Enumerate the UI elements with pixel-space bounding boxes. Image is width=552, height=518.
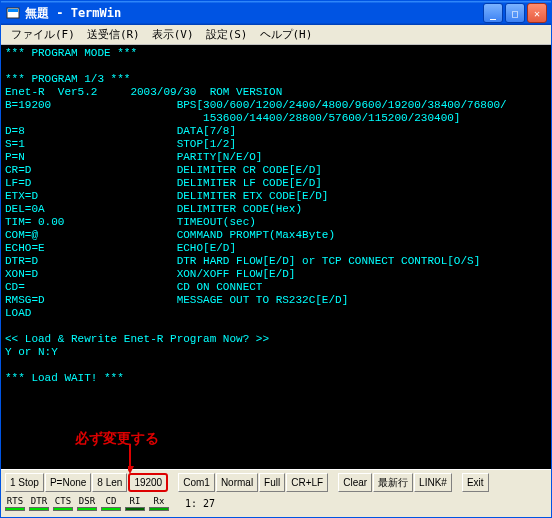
menu-sendrecv[interactable]: 送受信(R): [81, 25, 146, 44]
stop-bits-button[interactable]: 1 Stop: [5, 473, 44, 492]
parity-button[interactable]: P=None: [45, 473, 91, 492]
terminal-output: *** PROGRAM MODE *** *** PROGRAM 1/3 ***…: [1, 45, 551, 469]
rx-indicator: Rx: [149, 496, 169, 511]
clear-button[interactable]: Clear: [338, 473, 372, 492]
menu-help[interactable]: ヘルプ(H): [254, 25, 319, 44]
cursor-position: 1: 27: [185, 498, 215, 509]
menu-display[interactable]: 表示(V): [146, 25, 200, 44]
baud-rate-button[interactable]: 19200: [128, 473, 168, 492]
menu-file[interactable]: ファイル(F): [5, 25, 81, 44]
statusbar: 1 Stop P=None 8 Len 19200 Com1 Normal Fu…: [1, 469, 551, 517]
close-button[interactable]: ✕: [527, 3, 547, 23]
app-icon: [5, 5, 21, 21]
latest-line-button[interactable]: 最新行: [373, 473, 413, 492]
rts-indicator: RTS: [5, 496, 25, 511]
duplex-button[interactable]: Full: [259, 473, 285, 492]
cts-indicator: CTS: [53, 496, 73, 511]
menu-settings[interactable]: 設定(S): [200, 25, 254, 44]
maximize-button[interactable]: □: [505, 3, 525, 23]
svg-rect-1: [8, 9, 18, 12]
titlebar: 無題 - TermWin _ □ ✕: [1, 1, 551, 25]
menubar: ファイル(F) 送受信(R) 表示(V) 設定(S) ヘルプ(H): [1, 25, 551, 45]
ri-indicator: RI: [125, 496, 145, 511]
lineend-button[interactable]: CR+LF: [286, 473, 328, 492]
minimize-button[interactable]: _: [483, 3, 503, 23]
dtr-indicator: DTR: [29, 496, 49, 511]
com-port-button[interactable]: Com1: [178, 473, 215, 492]
data-length-button[interactable]: 8 Len: [92, 473, 127, 492]
window-title: 無題 - TermWin: [25, 5, 483, 22]
dsr-indicator: DSR: [77, 496, 97, 511]
cd-indicator: CD: [101, 496, 121, 511]
link-button[interactable]: LINK#: [414, 473, 452, 492]
exit-button[interactable]: Exit: [462, 473, 489, 492]
mode-button[interactable]: Normal: [216, 473, 258, 492]
